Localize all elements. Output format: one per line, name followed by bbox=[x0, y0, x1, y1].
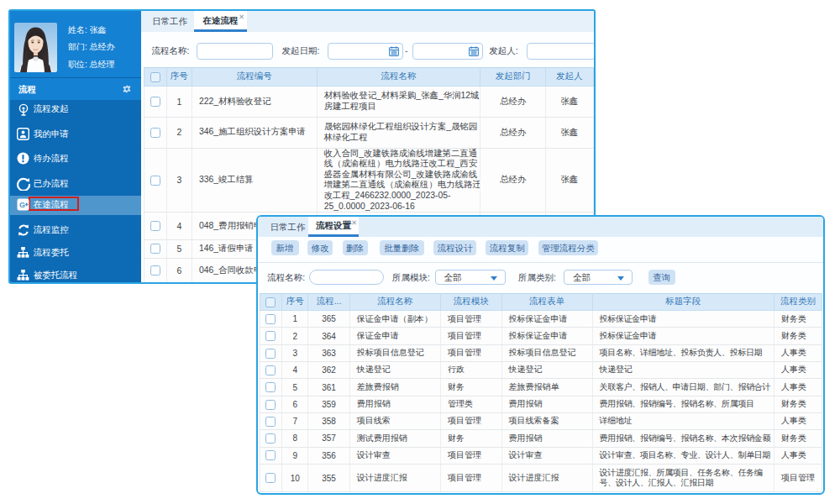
svg-text:G: G bbox=[19, 201, 25, 209]
